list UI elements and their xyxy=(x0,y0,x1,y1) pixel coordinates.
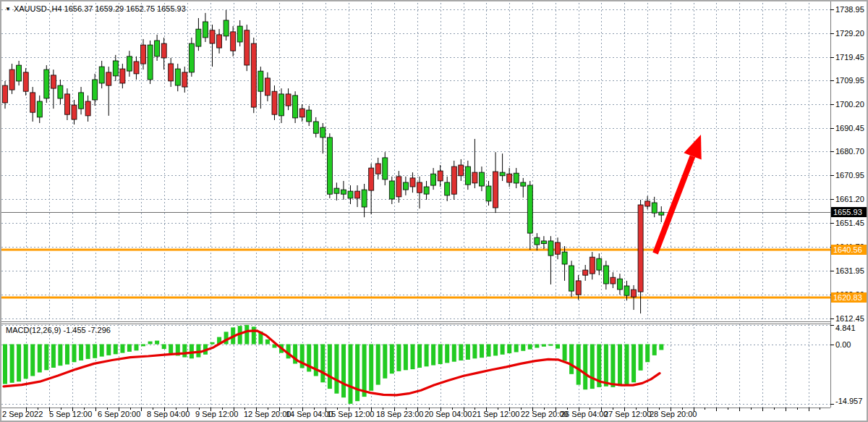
macd-indicator-label: MACD(12,26,9) -1.455 -7.296 xyxy=(6,326,111,334)
price-axis-label: 1670.95 xyxy=(835,171,864,180)
time-axis-label: 5 Sep 12:00 xyxy=(49,410,92,418)
price-axis-label: 1651.45 xyxy=(835,219,864,227)
symbol-ohlc-text: XAUUSD-,H4 1656.37 1659.29 1652.75 1655.… xyxy=(14,4,186,13)
time-axis-label: 21 Sep 12:00 xyxy=(472,410,519,418)
chart-window: ▼XAUUSD-,H4 1656.37 1659.29 1652.75 1655… xyxy=(0,0,868,422)
time-axis-label: 15 Sep 12:00 xyxy=(327,410,374,418)
price-axis-label: 1612.45 xyxy=(835,314,864,323)
price-gridlines xyxy=(1,10,830,405)
up-arrow-annotation[interactable] xyxy=(655,135,702,253)
current-price-badge: 1655.93 xyxy=(831,207,867,217)
time-axis-label: 6 Sep 20:00 xyxy=(98,410,140,418)
macd-axis-max-label: 4.841 xyxy=(835,324,856,332)
time-axis-label: 8 Sep 04:00 xyxy=(147,410,190,418)
price-axis-label: 1690.45 xyxy=(835,124,864,132)
candlestick-series[interactable] xyxy=(3,10,664,313)
macd-histogram xyxy=(3,325,663,404)
time-axis-label: 18 Sep 23:00 xyxy=(376,410,423,418)
price-axis-label: 1631.95 xyxy=(835,266,864,275)
price-axis-label: 1729.20 xyxy=(835,29,864,38)
macd-axis-zero-label: 0.00 xyxy=(835,340,851,349)
time-axis-label: 28 Sep 20:00 xyxy=(650,410,697,418)
price-axis-label: 1700.20 xyxy=(835,100,864,109)
support-level-badge: 1620.83 xyxy=(831,292,867,303)
time-axis-label: 20 Sep 04:00 xyxy=(425,410,472,418)
macd-axis-min-label: -14.957 xyxy=(835,397,862,405)
price-axis-label: 1709.95 xyxy=(835,76,864,85)
chevron-down-icon[interactable]: ▼ xyxy=(5,6,11,12)
chart-canvas[interactable] xyxy=(0,0,868,422)
time-axis-label: 27 Sep 12:00 xyxy=(604,410,651,418)
time-axis-label: 14 Sep 04:00 xyxy=(286,410,333,418)
time-axis-label: 9 Sep 12:00 xyxy=(195,410,238,418)
horizontal-level-lines[interactable] xyxy=(1,250,830,297)
price-axis-label: 1738.95 xyxy=(835,5,864,14)
resistance-level-badge: 1640.56 xyxy=(831,245,867,255)
time-axis-label: 2 Sep 2022 xyxy=(2,410,43,418)
price-axis-label: 1680.70 xyxy=(835,147,864,156)
price-axis-label: 1661.20 xyxy=(835,195,864,203)
symbol-title: ▼XAUUSD-,H4 1656.37 1659.29 1652.75 1655… xyxy=(5,4,186,13)
time-axis-label: 26 Sep 04:00 xyxy=(561,410,608,418)
price-axis-label: 1719.45 xyxy=(835,53,864,62)
time-axis-label: 12 Sep 20:00 xyxy=(244,410,291,418)
